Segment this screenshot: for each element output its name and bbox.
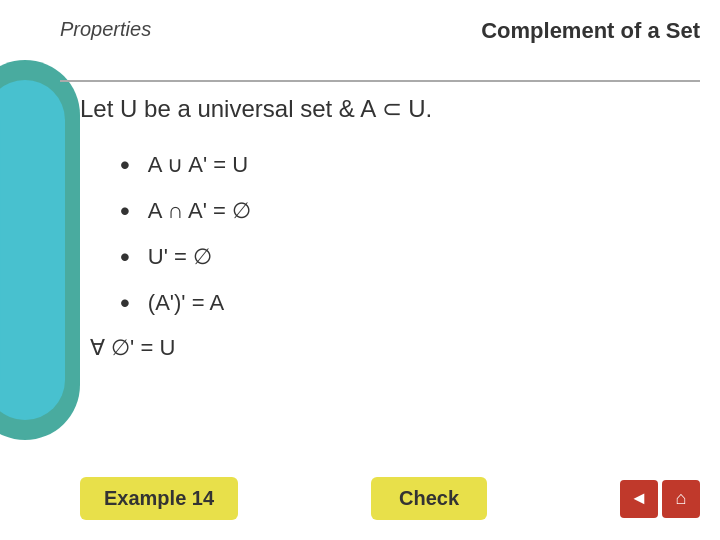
header: Properties Complement of a Set [60,18,700,44]
list-item: • (A')' = A [120,289,690,317]
list-item: • A ∩ A' = ∅ [120,197,690,225]
footer-formula: ∀ ∅' = U [90,335,690,361]
circle-inner [0,80,65,420]
example-button[interactable]: Example 14 [80,477,238,520]
bottom-bar: Example 14 Check ◄ ⌂ [80,477,700,520]
properties-label: Properties [60,18,151,41]
check-button[interactable]: Check [371,477,487,520]
home-button[interactable]: ⌂ [662,480,700,518]
decorative-circles [0,60,90,480]
page-title: Complement of a Set [481,18,700,44]
list-item: • A ∪ A' = U [120,151,690,179]
main-content: Let U be a universal set & A ⊂ U. • A ∪ … [80,95,690,361]
bullet-2: • [120,197,130,225]
nav-arrows: ◄ ⌂ [620,480,700,518]
formula-1: A ∪ A' = U [148,152,248,178]
properties-list: • A ∪ A' = U • A ∩ A' = ∅ • U' = ∅ • (A'… [120,151,690,317]
formula-4: (A')' = A [148,290,224,316]
header-divider [60,80,700,82]
back-button[interactable]: ◄ [620,480,658,518]
bullet-3: • [120,243,130,271]
formula-3: U' = ∅ [148,244,212,270]
bullet-1: • [120,151,130,179]
bullet-4: • [120,289,130,317]
intro-text: Let U be a universal set & A ⊂ U. [80,95,690,123]
list-item: • U' = ∅ [120,243,690,271]
formula-2: A ∩ A' = ∅ [148,198,251,224]
